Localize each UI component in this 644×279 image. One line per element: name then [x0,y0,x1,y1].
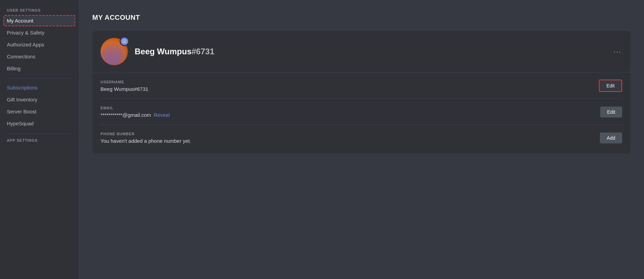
sidebar-item-my-account[interactable]: My Account [3,15,75,26]
sidebar-divider-1 [7,78,72,79]
phone-add-button[interactable]: Add [600,132,622,143]
sidebar-item-connections[interactable]: Connections [3,51,75,62]
profile-name-area: Beeg Wumpus#6731 [135,47,214,56]
sidebar-item-billing[interactable]: Billing [3,63,75,74]
email-row: EMAIL ***********@gmail.comReveal Edit [100,99,622,125]
email-edit-button[interactable]: Edit [600,107,622,117]
email-label: EMAIL [100,106,170,110]
profile-card: Beeg Wumpus#6731 ··· [92,31,630,72]
phone-label: PHONE NUMBER [100,132,191,136]
sidebar-divider-2 [7,133,72,134]
profile-more-button[interactable]: ··· [612,46,623,58]
account-info-section: USERNAME Beeg Wumpus#6731 Edit EMAIL ***… [92,73,630,153]
email-masked: ***********@gmail.com [100,112,151,118]
app-settings-section-label: App Settings [3,138,75,145]
user-settings-section-label: User Settings [3,8,75,15]
sidebar-item-server-boost[interactable]: Server Boost [3,106,75,117]
sidebar-item-authorized-apps[interactable]: Authorized Apps [3,39,75,50]
avatar-edit-button[interactable] [120,37,129,46]
sidebar-item-subscriptions[interactable]: Subscriptions [3,82,75,93]
username-edit-button[interactable]: Edit [599,80,622,92]
username-value: Beeg Wumpus#6731 [100,86,148,92]
email-value: ***********@gmail.comReveal [100,112,170,118]
profile-card-wrapper: Beeg Wumpus#6731 ··· USERNAME Beeg Wumpu… [92,31,630,153]
phone-value: You haven't added a phone number yet. [100,138,191,144]
sidebar-item-hypesquad[interactable]: HypeSquad [3,118,75,129]
email-reveal-button[interactable]: Reveal [154,112,170,118]
username-info: USERNAME Beeg Wumpus#6731 [100,80,148,92]
page-title: MY ACCOUNT [92,14,630,22]
profile-discriminator: #6731 [191,47,214,56]
sidebar-item-privacy-safety[interactable]: Privacy & Safety [3,27,75,38]
profile-username: Beeg Wumpus [135,47,191,56]
sidebar-item-gift-inventory[interactable]: Gift Inventory [3,94,75,105]
avatar-container [100,38,128,65]
email-info: EMAIL ***********@gmail.comReveal [100,106,170,118]
username-row: USERNAME Beeg Wumpus#6731 Edit [100,73,622,99]
main-content: MY ACCOUNT Beeg Wumpus#6731 ··· USERNAME [79,0,644,279]
username-label: USERNAME [100,80,148,84]
phone-info: PHONE NUMBER You haven't added a phone n… [100,132,191,144]
phone-row: PHONE NUMBER You haven't added a phone n… [100,125,622,151]
sidebar: User Settings My Account Privacy & Safet… [0,0,79,279]
